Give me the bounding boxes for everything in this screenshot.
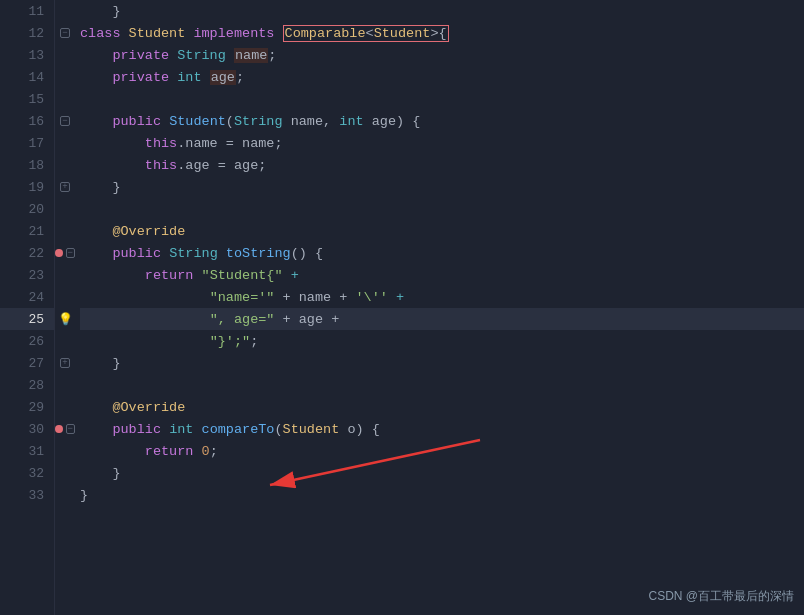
kw-class: class [80, 26, 129, 41]
gutter-18 [55, 154, 75, 176]
brace-close-27: } [112, 356, 120, 371]
code-line-27: } [80, 352, 804, 374]
line-11: 11 [0, 0, 54, 22]
op-plus-23: + [283, 268, 299, 283]
name-var: name [235, 48, 267, 63]
angle-open: < [366, 26, 374, 41]
fold-icon-19[interactable]: + [60, 182, 70, 192]
watermark-text: CSDN @百工带最后的深情 [648, 589, 794, 603]
breakpoint-22[interactable] [55, 249, 63, 257]
paren-close-16: ) { [396, 114, 420, 129]
fold-icon-12[interactable]: − [60, 28, 70, 38]
annotation-override-21: @Override [112, 224, 185, 239]
paren-open-30: ( [274, 422, 282, 437]
line-23: 23 [0, 264, 54, 286]
line-26: 26 [0, 330, 54, 352]
assign-name: .name = name; [177, 136, 282, 151]
str-age: ", age=" [210, 312, 275, 327]
brace-close-33: } [80, 488, 88, 503]
code-line-26: "}';"; [80, 330, 804, 352]
comma-16: , [323, 114, 339, 129]
code-line-25: ", age=" + age + [80, 308, 804, 330]
type-int: int [177, 70, 209, 85]
gutter-26 [55, 330, 75, 352]
kw-private-13: private [112, 48, 177, 63]
line-19: 19 [0, 176, 54, 198]
gutter-23 [55, 264, 75, 286]
indent-18 [80, 158, 145, 173]
code-area: 11 12 13 14 15 16 17 18 19 20 21 22 23 2… [0, 0, 804, 615]
paren-22: () { [291, 246, 323, 261]
gutter-24 [55, 286, 75, 308]
code-line-30: public int compareTo(Student o) { [80, 418, 804, 440]
type-string-16: String [234, 114, 291, 129]
semi-14: ; [236, 70, 244, 85]
code-line-23: return "Student{" + [80, 264, 804, 286]
kw-public-30: public [112, 422, 169, 437]
bulb-icon[interactable]: 💡 [58, 312, 73, 327]
line-30: 30 [0, 418, 54, 440]
type-comparable: Comparable [285, 26, 366, 41]
op-plus-24: + [388, 290, 404, 305]
line-24: 24 [0, 286, 54, 308]
line-25: 25 [0, 308, 54, 330]
breakpoint-30[interactable] [55, 425, 63, 433]
line-17: 17 [0, 132, 54, 154]
type-string-22: String [169, 246, 226, 261]
semi-13: ; [268, 48, 276, 63]
line-20: 20 [0, 198, 54, 220]
kw-private-14: private [112, 70, 177, 85]
code-line-15 [80, 88, 804, 110]
fold-icon-30[interactable]: − [66, 424, 76, 434]
gutter-16[interactable]: − [55, 110, 75, 132]
indent-24 [80, 290, 210, 305]
type-student: Student [129, 26, 194, 41]
watermark: CSDN @百工带最后的深情 [648, 588, 794, 605]
str-student: "Student{" [202, 268, 283, 283]
fold-icon-22[interactable]: − [66, 248, 76, 258]
type-int-16: int [339, 114, 371, 129]
line-21: 21 [0, 220, 54, 242]
code-line-32: } [80, 462, 804, 484]
kw-return-31: return [145, 444, 202, 459]
type-student2: Student [374, 26, 431, 41]
indent-23 [80, 268, 145, 283]
age-highlight: age [210, 70, 236, 85]
code-line-29: @Override [80, 396, 804, 418]
fold-icon-16[interactable]: − [60, 116, 70, 126]
gutter-12[interactable]: − [55, 22, 75, 44]
str-quote: '\'' [355, 290, 387, 305]
age-var: age [211, 70, 235, 85]
code-line-12: class Student implements Comparable<Stud… [80, 22, 804, 44]
gutter-33 [55, 484, 75, 506]
assign-age: .age = age; [177, 158, 266, 173]
fold-icon-27[interactable]: + [60, 358, 70, 368]
line-15: 15 [0, 88, 54, 110]
line-29: 29 [0, 396, 54, 418]
angle-close: > [430, 26, 438, 41]
plus-name: + name + [274, 290, 355, 305]
kw-this-18: this [145, 158, 177, 173]
semi-26: ; [250, 334, 258, 349]
code-11-content: } [80, 4, 121, 19]
gutter: − − + [55, 0, 75, 615]
gutter-29 [55, 396, 75, 418]
indent-29 [80, 400, 112, 415]
kw-this-17: this [145, 136, 177, 151]
indent-25 [80, 312, 210, 327]
code-content: } class Student implements Comparable<St… [75, 0, 804, 615]
gutter-31 [55, 440, 75, 462]
semi-31: ; [210, 444, 218, 459]
code-line-13: private String name; [80, 44, 804, 66]
gutter-30[interactable]: − [55, 418, 75, 440]
brace-close-32: } [112, 466, 120, 481]
gutter-22[interactable]: − [55, 242, 75, 264]
indent-21 [80, 224, 112, 239]
gutter-25[interactable]: 💡 [55, 308, 75, 330]
code-line-16: public Student(String name, int age) { [80, 110, 804, 132]
type-int-30: int [169, 422, 201, 437]
code-line-11: } [80, 0, 804, 22]
line-16: 16 [0, 110, 54, 132]
annotation-override-29: @Override [112, 400, 185, 415]
kw-return-23: return [145, 268, 202, 283]
